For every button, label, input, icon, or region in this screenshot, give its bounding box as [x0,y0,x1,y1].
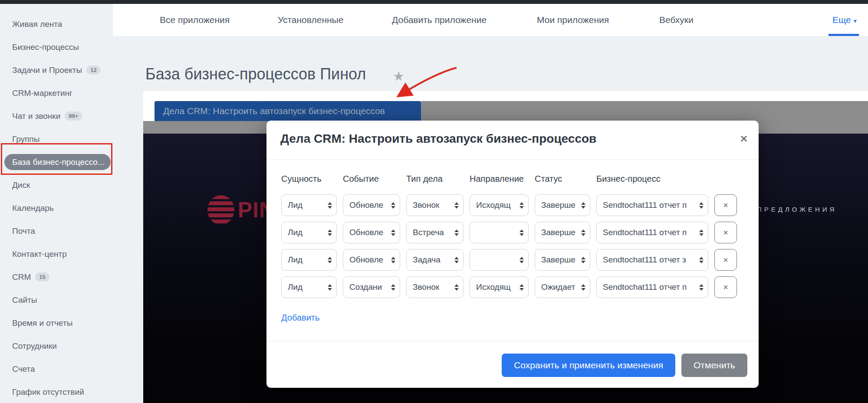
event-select[interactable]: Обновле [343,249,400,271]
sidebar-item-bp-base-selected[interactable]: База бизнес-процессо... [0,151,113,174]
select-spinner-icon [519,284,524,291]
dialog-title: Дела CRM: Настроить автозапуск бизнес-пр… [280,132,728,146]
select-spinner-icon [391,284,395,291]
dialog-body: Сущность Событие Тип дела Направление Ст… [266,160,759,341]
sidebar-item-disk[interactable]: Диск [0,174,113,197]
event-select[interactable]: Обновле [343,194,400,216]
activity-type-select[interactable]: Звонок [406,194,464,216]
sidebar-item-groups[interactable]: Группы [0,128,113,151]
sidebar-item-invoices[interactable]: Счета [0,357,113,380]
select-spinner-icon [328,257,332,263]
tab-my-apps[interactable]: Мои приложения [537,15,609,25]
background-offers-text: ПРЕДЛОЖЕНИЯ [757,206,837,213]
active-tab-indicator [829,34,859,36]
rule-row: Лид Обновле Звонок Исходящ Заверше Sendt… [281,194,759,216]
status-select[interactable]: Ожидает [535,276,590,298]
process-select[interactable]: Sendtochat111 отчет з [596,249,708,271]
sidebar-item-mail[interactable]: Почта [0,220,113,242]
select-spinner-icon [519,257,524,263]
tab-installed[interactable]: Установленные [278,15,343,25]
tab-all-apps[interactable]: Все приложения [160,15,230,25]
rule-row: Лид Обновле Встреча Заверше Sendtochat11… [281,222,759,243]
select-spinner-icon [581,229,585,236]
remove-row-button[interactable]: × [714,276,737,298]
tab-more[interactable]: Еще▾ [832,15,857,25]
favorite-star-icon[interactable]: ★ [393,69,404,84]
select-spinner-icon [454,202,459,209]
status-select[interactable]: Заверше [535,194,590,216]
select-spinner-icon [328,284,332,291]
process-select[interactable]: Sendtochat111 отчет п [596,276,708,298]
remove-row-button[interactable]: × [714,222,737,243]
direction-select[interactable]: Исходящ [470,276,529,298]
sidebar: Живая лента Бизнес-процессы Задачи и Про… [0,4,113,403]
sidebar-item-employees[interactable]: Сотрудники [0,334,113,357]
remove-icon: × [723,200,728,210]
remove-icon: × [723,228,728,238]
select-spinner-icon [699,229,704,236]
sidebar-item-sites[interactable]: Сайты [0,288,113,311]
select-spinner-icon [581,257,585,263]
pinol-logo-icon [207,195,234,225]
remove-row-button[interactable]: × [714,194,737,216]
sidebar-item-bp[interactable]: Бизнес-процессы [0,36,113,59]
direction-select[interactable] [470,222,529,243]
select-spinner-icon [454,284,459,291]
dialog-overlay-gray-right [421,101,868,121]
cancel-button[interactable]: Отменить [681,354,747,377]
rule-row: Лид Обновле Задача Заверше Sendtochat111… [281,249,759,271]
entity-select[interactable]: Лид [281,249,337,271]
column-headers: Сущность Событие Тип дела Направление Ст… [281,174,759,184]
activity-type-select[interactable]: Звонок [406,276,464,298]
rule-row: Лид Создани Звонок Исходящ Ожидает Sendt… [281,276,759,298]
pinol-logo: PIN [207,195,275,225]
crm-count-badge: 15 [35,272,49,282]
page-title: База бизнес-процессов Пинол [145,65,366,83]
sidebar-item-crm[interactable]: CRM15 [0,265,113,288]
chevron-down-icon: ▾ [854,17,857,24]
select-spinner-icon [391,229,395,236]
sidebar-item-feed[interactable]: Живая лента [0,13,113,36]
entity-select[interactable]: Лид [281,222,337,243]
process-select[interactable]: Sendtochat111 отчет п [596,194,708,216]
status-select[interactable]: Заверше [535,249,590,271]
sidebar-item-contact-center[interactable]: Контакт-центр [0,242,113,265]
select-spinner-icon [699,257,704,263]
sidebar-item-chat-calls[interactable]: Чат и звонки99+ [0,105,113,128]
activity-type-select[interactable]: Задача [406,249,464,271]
remove-row-button[interactable]: × [714,249,737,271]
event-select[interactable]: Обновле [343,222,400,243]
tab-add-app[interactable]: Добавить приложение [392,15,487,25]
entity-select[interactable]: Лид [281,276,337,298]
select-spinner-icon [519,229,524,236]
chat-count-badge: 99+ [65,111,82,121]
direction-select[interactable]: Исходящ [470,194,529,216]
close-icon[interactable]: × [740,133,747,145]
sidebar-item-calendar[interactable]: Календарь [0,197,113,220]
activity-type-select[interactable]: Встреча [406,222,464,243]
event-select[interactable]: Создани [343,276,400,298]
remove-icon: × [723,282,728,292]
select-spinner-icon [581,202,585,209]
sidebar-item-tasks[interactable]: Задачи и Проекты12 [0,59,113,82]
select-spinner-icon [328,229,332,236]
add-row-link[interactable]: Добавить [281,313,319,323]
select-spinner-icon [391,257,395,263]
select-spinner-icon [454,229,459,236]
status-select[interactable]: Заверше [535,222,590,243]
save-button[interactable]: Сохранить и применить изменения [502,354,675,377]
select-spinner-icon [699,202,704,209]
select-spinner-icon [699,284,704,291]
top-nav: Все приложения Установленные Добавить пр… [113,4,868,36]
entity-select[interactable]: Лид [281,194,337,216]
direction-select[interactable] [470,249,529,271]
dialog-header: Дела CRM: Настроить автозапуск бизнес-пр… [266,121,759,160]
tab-webhooks[interactable]: Вебхуки [659,15,694,25]
sidebar-item-time-reports[interactable]: Время и отчеты [0,311,113,334]
sidebar-item-absence-chart[interactable]: График отсутствий [0,380,113,403]
process-select[interactable]: Sendtochat111 отчет п [596,222,708,243]
selected-item-pill: База бизнес-процессо... [4,154,111,170]
sidebar-item-crm-marketing[interactable]: CRM-маркетинг [0,82,113,105]
dialog-footer: Сохранить и применить изменения Отменить [266,341,759,388]
screen: Живая лента Бизнес-процессы Задачи и Про… [0,0,868,403]
